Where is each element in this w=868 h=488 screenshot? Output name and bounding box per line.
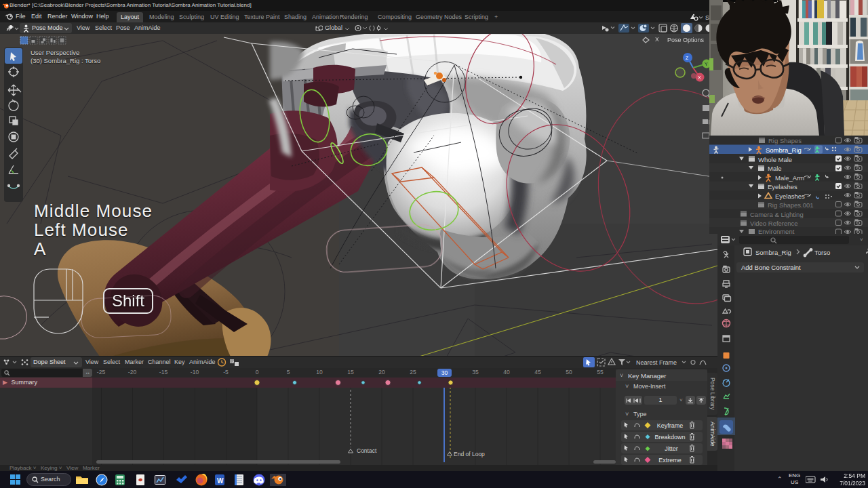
svg-text:Jitter: Jitter [665,445,678,452]
svg-text:Rig Shapes: Rig Shapes [768,137,802,144]
svg-text:Eyelashes: Eyelashes [775,192,805,200]
svg-text:Keyframe: Keyframe [657,422,684,429]
svg-text:X: X [698,75,701,80]
svg-text:Breakdown: Breakdown [654,434,685,441]
svg-text:Contact: Contact [357,447,377,454]
svg-text:Whole Male: Whole Male [758,156,792,163]
svg-text:Sombra_Rig: Sombra_Rig [766,146,802,154]
svg-text:X: X [655,36,659,43]
svg-text:Video Reference: Video Reference [750,220,798,227]
svg-text:W: W [217,477,224,485]
svg-text:Rig Shapes.001: Rig Shapes.001 [768,201,814,209]
svg-text:Z: Z [686,56,689,60]
svg-text:Male_Arm: Male_Arm [775,174,804,182]
svg-text:Extreme: Extreme [658,457,682,464]
svg-text:Nearest Frame: Nearest Frame [636,359,677,366]
svg-text:Torso: Torso [814,249,830,256]
svg-text:Sombra_Rig: Sombra_Rig [755,249,791,256]
svg-text:Male: Male [768,165,782,172]
svg-text:Camera & Lighting: Camera & Lighting [750,211,804,218]
svg-text:Y: Y [705,62,708,66]
svg-text:End of Loop: End of Loop [454,451,485,458]
svg-text:Eyelashes: Eyelashes [768,183,797,190]
svg-text:Environment: Environment [758,228,795,234]
svg-text:Pose Options: Pose Options [667,37,705,43]
